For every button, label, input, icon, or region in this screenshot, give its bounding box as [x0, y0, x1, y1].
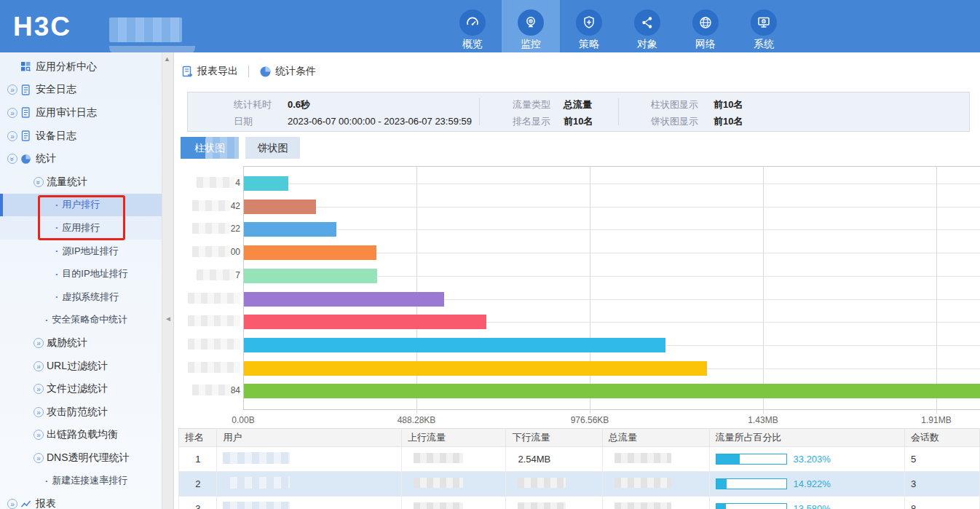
chart-bar[interactable] — [244, 292, 444, 307]
export-document-icon — [181, 66, 194, 78]
expand-icon[interactable]: » — [33, 430, 44, 440]
sidebar-item-攻击防范统计[interactable]: »攻击防范统计 — [0, 401, 162, 424]
report-export-button[interactable]: 报表导出 — [181, 65, 238, 78]
expand-icon[interactable]: » — [33, 338, 44, 348]
sidebar-item-虚拟系统排行[interactable]: ·虚拟系统排行 — [0, 285, 162, 309]
collapse-icon[interactable]: » — [7, 154, 17, 164]
shield-plus-icon — [576, 9, 602, 36]
sidebar-item-流量统计[interactable]: »流量统计 — [0, 170, 162, 194]
sidebar-item-label: 出链路负载均衡 — [47, 428, 118, 441]
percent-bar-fill — [716, 504, 726, 509]
chart-bar[interactable] — [244, 361, 707, 376]
chart-bar[interactable] — [244, 176, 288, 191]
stats-label: 饼状图显示 — [651, 113, 706, 130]
nav-tab-系统[interactable]: 系统 — [735, 0, 793, 58]
table-row[interactable]: 214.922%3 — [179, 472, 980, 497]
sidebar-item-安全日志[interactable]: »安全日志 — [0, 79, 162, 102]
chart-bar[interactable] — [244, 269, 377, 283]
sidebar-tree: 应用分析中心»安全日志»应用审计日志»设备日志»统计»流量统计·用户排行·应用排… — [0, 55, 162, 509]
scroll-up-icon[interactable]: ▲ — [164, 55, 170, 63]
expand-icon[interactable]: » — [7, 84, 17, 95]
sidebar-item-安全策略命中统计[interactable]: ·安全策略命中统计 — [0, 309, 162, 332]
sidebar-item-威胁统计[interactable]: »威胁统计 — [0, 331, 162, 355]
toolbar: 报表导出 统计条件 — [181, 63, 316, 80]
uplink-redacted — [414, 478, 463, 488]
sidebar-item-label: 应用排行 — [62, 221, 100, 234]
stats-group: 统计耗时0.6秒日期2023-06-07 00:00:00 - 2023-06-… — [234, 92, 472, 131]
document-icon — [20, 84, 31, 95]
stats-value: 前10名 — [714, 113, 743, 130]
expand-icon[interactable]: » — [33, 384, 44, 394]
sidebar-item-出链路负载均衡[interactable]: »出链路负载均衡 — [0, 424, 162, 447]
expand-icon[interactable]: » — [7, 131, 17, 141]
sidebar-item-应用排行[interactable]: ·应用排行 — [0, 216, 162, 240]
tab-bar-chart[interactable]: 柱状图 — [181, 137, 239, 159]
nav-tab-label: 系统 — [735, 38, 793, 51]
nav-tab-策略[interactable]: 策略 — [560, 0, 618, 58]
cell-percent: 13.580% — [709, 497, 904, 509]
percent-bar-fill — [716, 479, 727, 489]
percent-wrap: 13.580% — [716, 503, 898, 509]
stats-value: 0.6秒 — [288, 96, 310, 113]
percent-bar — [716, 503, 787, 509]
sidebar-collapse-icon[interactable]: ◄ — [165, 315, 172, 323]
table-row[interactable]: 313.580%8 — [179, 497, 980, 509]
nav-tab-网络[interactable]: 网络 — [676, 0, 735, 58]
column-header-用户: 用户 — [217, 429, 401, 447]
sidebar-item-应用审计日志[interactable]: »应用审计日志 — [0, 101, 162, 125]
stats-label: 柱状图显示 — [651, 96, 706, 113]
sidebar-item-报表[interactable]: »报表 — [0, 492, 162, 509]
nav-tab-label: 策略 — [560, 38, 618, 51]
cell-sessions: 3 — [905, 472, 980, 497]
chart-bar[interactable] — [244, 315, 486, 329]
cell-sessions: 8 — [905, 497, 980, 509]
sidebar-item-URL过滤统计[interactable]: »URL过滤统计 — [0, 355, 162, 378]
sidebar-item-DNS透明代理统计[interactable]: »DNS透明代理统计 — [0, 446, 162, 470]
nav-tab-概览[interactable]: 概览 — [443, 0, 502, 58]
cell-user — [217, 447, 401, 472]
chart-bar[interactable] — [244, 245, 376, 260]
chart-bar[interactable] — [244, 200, 316, 214]
tab-pie-chart[interactable]: 饼状图 — [245, 137, 300, 159]
sidebar-nav: 应用分析中心»安全日志»应用审计日志»设备日志»统计»流量统计·用户排行·应用排… — [0, 52, 162, 509]
collapse-icon[interactable]: » — [33, 177, 44, 187]
user-redacted — [223, 477, 290, 489]
expand-icon[interactable]: » — [33, 453, 44, 463]
nav-tab-对象[interactable]: 对象 — [618, 0, 676, 58]
user-redacted — [223, 502, 290, 509]
chart-gridline — [416, 166, 417, 414]
chart-category-label: 42 — [174, 200, 240, 211]
sidebar-scrollbar[interactable]: ▲ ◄ — [162, 52, 173, 509]
column-header-下行流量: 下行流量 — [506, 429, 603, 447]
cell-downlink — [506, 472, 603, 497]
nav-tab-监控[interactable]: 监控 — [502, 0, 560, 58]
nav-tab-label: 网络 — [676, 38, 735, 51]
cell-downlink: 2.54MB — [506, 447, 603, 472]
expand-icon[interactable]: » — [33, 407, 44, 417]
chart-bar[interactable] — [244, 222, 336, 237]
sidebar-item-应用分析中心[interactable]: 应用分析中心 — [0, 55, 162, 79]
expand-icon[interactable]: » — [33, 361, 44, 371]
sidebar-item-文件过滤统计[interactable]: »文件过滤统计 — [0, 377, 162, 401]
sidebar-item-label: 目的IP地址排行 — [62, 267, 127, 280]
system-monitor-icon — [751, 9, 777, 36]
expand-icon[interactable]: » — [7, 499, 17, 509]
sidebar-item-统计[interactable]: »统计 — [0, 147, 162, 170]
table-row[interactable]: 12.54MB33.203%5 — [179, 447, 980, 472]
sidebar-item-用户排行[interactable]: ·用户排行 — [0, 194, 162, 217]
sidebar-item-源IP地址排行[interactable]: ·源IP地址排行 — [0, 240, 162, 263]
chart-label-suffix: 22 — [231, 224, 240, 234]
sidebar-item-设备日志[interactable]: »设备日志 — [0, 125, 162, 148]
sidebar-item-label: 统计 — [36, 152, 56, 165]
webcam-icon — [518, 9, 544, 36]
sidebar-item-新建连接速率排行[interactable]: ·新建连接速率排行 — [0, 470, 162, 493]
chart-label-redacted — [192, 200, 230, 211]
chart-bar[interactable] — [244, 384, 980, 398]
sidebar-item-目的IP地址排行[interactable]: ·目的IP地址排行 — [0, 262, 162, 285]
statistics-conditions-button[interactable]: 统计条件 — [259, 65, 316, 78]
app-header: H3C 概览监控策略对象网络系统 — [0, 0, 980, 52]
percent-text: 33.203% — [794, 454, 831, 465]
expand-icon[interactable]: » — [7, 108, 17, 118]
chart-bar[interactable] — [244, 338, 665, 352]
column-header-会话数: 会话数 — [905, 429, 980, 447]
